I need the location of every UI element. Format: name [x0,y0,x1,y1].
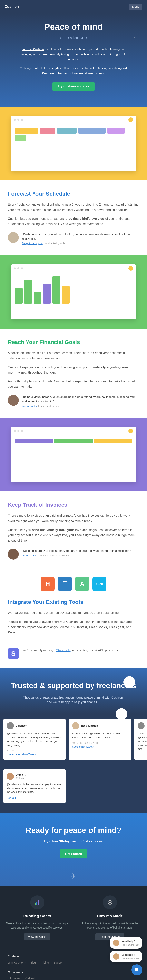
chat-sub: The team typically [121,943,139,947]
get-started-button[interactable]: Get Started [59,850,88,859]
svg-rect-2 [35,903,36,905]
tweets-row: Defender @cushionapp ain't fring on all … [0,714,147,769]
feature-body: Follow along with the journal for insigh… [77,921,142,930]
invoices-p2: Cushion lets you send and visually track… [8,527,139,543]
tweet-card[interactable]: Oluna P.@olover @cushionapp is the only … [3,769,66,803]
tweet-name: Oluna P. [16,773,26,777]
quote-role: , hand-lettering artist [43,242,66,245]
section-forecast: Forecast Your Schedule Every freelancer … [0,180,147,255]
quote-author-link[interactable]: Margot Harrington [22,242,43,245]
footer-link[interactable]: Pricing [41,961,49,964]
avatar [113,940,119,946]
tweet-card[interactable]: I've been using @cushionapp in my freela… [134,719,147,760]
tools-p1: We realize that freelancers often use se… [8,610,139,616]
hero-paragraph-2: To bring a calm to the everyday rollerco… [19,66,128,76]
tweet-body: @cushionapp ain't fring on all cylinders… [6,732,62,747]
chat-message[interactable]: Need help?The team typically [110,951,142,963]
goals-p2: Cushion keeps you on track with your fin… [8,364,139,375]
svg-rect-3 [36,902,37,905]
tweet-body: @cushionapp is the only service I pay fo… [6,783,62,794]
trusted-heading: Trusted & supported by freelancers [5,680,142,691]
goals-heading: Reach Your Financial Goals [8,338,139,346]
chat-message[interactable]: Need help?The team typically [110,937,142,949]
feature-body: Take a close look at the costs that go i… [5,921,70,930]
hero-title: Peace of mind [12,21,135,33]
svg-point-6 [109,902,111,903]
stripe-text: We're currently running a Stripe beta fo… [23,648,119,652]
quote-text: "Cushion is pretty to look at, easy to u… [22,549,131,553]
footer-link[interactable]: Interviews [8,977,20,980]
tweet-card[interactable]: Defender @cushionapp ain't fring on all … [3,719,66,760]
testimonial: "Being a visual person, Cushion helps me… [8,395,139,408]
svg-rect-4 [38,900,38,905]
tweet-link[interactable]: See's other Tweets [72,745,128,749]
quote-role: , freelance designer [37,404,59,407]
svg-rect-0 [128,680,131,684]
stripe-row: S We're currently running a Stripe beta … [0,648,147,668]
tweet-body: I've been using @cushionapp in my freela… [137,732,147,751]
chat-open-button[interactable] [131,964,142,975]
document-icon [116,708,128,720]
logo[interactable]: Cushion [5,4,19,10]
tweet-link[interactable]: See Olu P- [6,796,62,800]
quote-role: , freelance business analyst [37,554,69,557]
footer-link[interactable]: Why Cushion? [8,961,26,964]
forecast-heading: Forecast Your Schedule [8,190,139,198]
feature-title: Running Costs [5,913,70,919]
hero-link[interactable]: We built Cushion [22,48,44,51]
feature-title: How It's Made [77,913,142,919]
footer-link[interactable]: Blog [30,961,36,964]
feature-journal: How It's Made Follow along with the jour… [77,895,142,940]
tweet-date: 10:40 PM · Jan 18, 2018 [72,741,128,745]
footer-link[interactable]: Support [54,961,63,964]
quote-text: "Being a visual person, Cushion helps me… [22,395,139,404]
stripe-link[interactable]: Stripe beta [56,648,70,652]
testimonial: "Cushion is pretty to look at, easy to u… [8,549,139,560]
chat-title: Need help? [121,939,139,943]
quote-author-link[interactable]: JoAnn Chung [22,554,37,557]
xero-icon: xero [92,577,106,591]
tweet-name: not a function [81,724,98,728]
tweet-card[interactable]: not a function I seriously love @cushion… [69,719,131,760]
screenshot-goals [0,255,147,329]
section-goals: Reach Your Financial Goals A consistent … [0,329,147,418]
plane-icon: ✈ [70,870,77,882]
try-free-button[interactable]: Try Cushion For Free [52,82,95,91]
avatar [6,773,14,780]
tweet-body: I seriously love @cushionapp. Makes bein… [72,732,128,739]
avatar [8,232,19,243]
footer-link[interactable]: Podcast [25,977,35,980]
avatar [72,722,79,729]
eye-icon [103,895,117,910]
chart-icon [30,895,44,910]
quote-text: "Cushion was exactly what I was looking … [22,232,139,241]
avatar [6,722,14,729]
chat-title: Need help? [121,953,139,957]
goals-p3: And with multiple financial goals, Cushi… [8,379,139,389]
tools-heading: Integrate Your Existing Tools [8,598,139,606]
app-mockup [11,264,136,319]
stripe-icon: S [8,648,19,659]
section-ready: Ready for peace of mind? Try a free 30-d… [0,813,147,886]
view-costs-button[interactable]: View the Costs [24,933,50,940]
section-tools: Integrate Your Existing Tools We realize… [0,596,147,648]
star-decoration [134,37,135,38]
tweet-link[interactable]: conversation show Tweets [6,752,62,756]
tweets-row-2: Oluna P.@olover @cushionapp is the only … [0,769,147,813]
freeagent-icon: A [75,577,89,591]
menu-button[interactable]: Menu [129,3,142,10]
avatar [8,395,19,406]
section-invoices: Keep Track of Invoices There's more to i… [0,492,147,569]
hero-subtitle: for freelancers [12,34,135,41]
quote-author-link[interactable]: Aaron Robbs [22,404,37,407]
app-mockup [11,427,136,482]
freshbooks-icon [58,577,72,591]
tweet-name: Defender [16,724,27,728]
tweet-date: 4, 2018 [6,749,62,752]
screenshot-forecast [0,107,147,180]
ready-sub: Try a free 30-day trial of Cushion today… [5,839,142,844]
goals-p1: A consistent income is all but a dream f… [8,350,139,361]
testimonial: "Cushion was exactly what I was looking … [8,232,139,246]
ready-heading: Ready for peace of mind? [5,824,142,836]
avatar [113,953,119,959]
